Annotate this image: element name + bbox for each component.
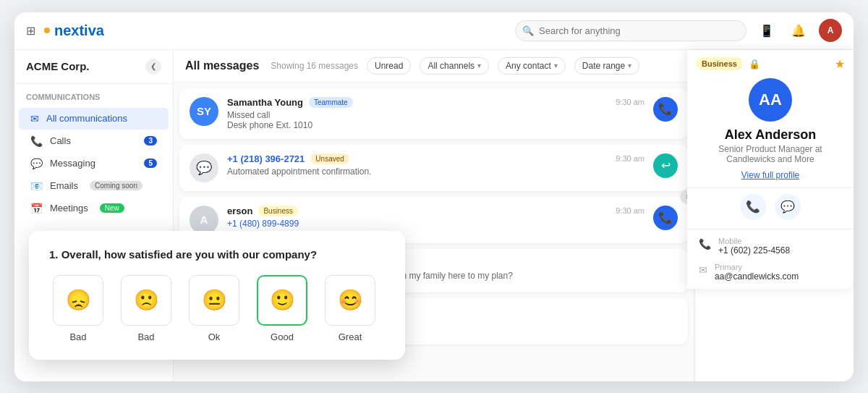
survey-label-good: Good xyxy=(271,331,294,342)
phone-icon: 📞 xyxy=(30,135,43,147)
message-sender: erson xyxy=(227,206,252,216)
grid-icon[interactable]: ⊞ xyxy=(26,24,35,38)
sidebar-item-label: All communications xyxy=(46,113,127,124)
message-content: erson Business 9:30 am +1 (480) 899-4899 xyxy=(227,206,644,229)
search-bar: 🔍 xyxy=(515,20,746,41)
sidebar-item-label: Calls xyxy=(50,135,71,146)
survey-emoji-great[interactable]: 😊 xyxy=(325,275,375,326)
message-phone: +1 (480) 899-4899 xyxy=(227,219,644,229)
messages-header: All messages Showing 16 messages Unread … xyxy=(174,50,694,83)
survey-emoji-bad1[interactable]: 😞 xyxy=(53,275,103,326)
survey-option-4: 😊 Great xyxy=(321,275,379,342)
filter-all-channels[interactable]: All channels ▾ xyxy=(420,57,489,75)
filter-date-range-label: Date range xyxy=(582,61,625,71)
call-action-button[interactable]: 📞 xyxy=(653,97,678,122)
collapse-button[interactable]: ❮ xyxy=(145,59,161,75)
message-card[interactable]: 💬 +1 (218) 396-2721 Unsaved 9:30 am Auto… xyxy=(179,145,688,191)
sidebar-company: ACME Corp. ❮ xyxy=(14,59,173,84)
view-full-profile-link[interactable]: View full profile xyxy=(687,170,854,187)
user-avatar[interactable]: A xyxy=(819,19,842,42)
survey-label-bad2: Bad xyxy=(137,331,154,342)
emails-badge: Coming soon xyxy=(90,181,142,190)
chevron-down-icon: ▾ xyxy=(554,62,558,69)
bell-icon-btn[interactable]: 🔔 xyxy=(787,19,810,42)
mobile-value: +1 (602) 225-4568 xyxy=(718,245,842,255)
tag-teammate: Teammate xyxy=(309,97,353,108)
survey-label-ok: Ok xyxy=(208,331,221,342)
reply-action-button[interactable]: ↩ xyxy=(653,153,678,178)
tag-business: Business xyxy=(258,206,298,216)
filter-unread[interactable]: Unread xyxy=(367,57,411,75)
message-top: Samantha Young Teammate 9:30 am xyxy=(227,97,644,108)
mobile-label: Mobile xyxy=(718,237,842,245)
message-subtext: Desk phone Ext. 1010 xyxy=(227,120,644,130)
message-icon: 💬 xyxy=(30,158,43,169)
messaging-badge: 5 xyxy=(144,159,157,168)
sidebar-item-label: Messaging xyxy=(50,158,95,169)
star-icon[interactable]: ★ xyxy=(835,57,845,71)
company-name: ACME Corp. xyxy=(26,60,90,72)
app-container: ⊞ nextiva 🔍 📱 🔔 A ACME Corp. ❮ Communica… xyxy=(14,12,854,381)
survey-emoji-bad2[interactable]: 🙁 xyxy=(121,275,171,326)
primary-value: aa@candlewicks.com xyxy=(715,271,842,282)
chevron-down-icon: ▾ xyxy=(628,62,631,69)
sidebar-item-messaging[interactable]: 💬 Messaging 5 xyxy=(19,153,169,174)
survey-overlay: 1. Overall, how satisfied are you with o… xyxy=(29,231,405,360)
message-text: Missed call xyxy=(227,110,644,120)
filter-any-contact[interactable]: Any contact ▾ xyxy=(498,57,566,75)
sidebar-item-calls[interactable]: 📞 Calls 3 xyxy=(19,130,169,152)
search-input[interactable] xyxy=(515,20,746,41)
search-icon: 🔍 xyxy=(522,25,534,36)
logo-text: nextiva xyxy=(54,22,104,39)
contact-info-primary: ✉ Primary aa@candlewicks.com xyxy=(699,263,842,282)
message-sender: Samantha Young xyxy=(227,97,303,108)
sidebar-item-emails[interactable]: 📧 Emails Coming soon xyxy=(19,175,169,197)
avatar: SY xyxy=(190,97,218,126)
contact-detail-panel: Business 🔒 ★ AA Alex Anderson Senior Pro… xyxy=(687,50,854,289)
message-card[interactable]: SY Samantha Young Teammate 9:30 am Misse… xyxy=(179,88,688,139)
sidebar-item-label: Meetings xyxy=(50,203,88,214)
filter-any-contact-label: Any contact xyxy=(506,61,551,71)
messages-subtitle: Showing 16 messages xyxy=(271,61,358,71)
chevron-down-icon: ▾ xyxy=(477,62,481,69)
survey-option-3: 🙂 Good xyxy=(253,275,311,342)
survey-question: 1. Overall, how satisfied are you with o… xyxy=(49,248,385,261)
message-time: 9:30 am xyxy=(616,154,644,163)
email-icon: ✉ xyxy=(699,264,707,276)
contact-detail-top: Business 🔒 ★ xyxy=(687,50,854,71)
survey-emoji-ok[interactable]: 😐 xyxy=(189,275,239,326)
envelope-icon: ✉ xyxy=(30,113,39,124)
contact-info-list: 📞 Mobile +1 (602) 225-4568 ✉ Primary aa@… xyxy=(687,229,854,289)
tag-unsaved: Unsaved xyxy=(310,153,349,164)
contact-actions: 📞 💬 xyxy=(687,187,854,229)
phone-icon: 📞 xyxy=(699,238,711,250)
message-time: 9:30 am xyxy=(616,206,644,215)
business-badge: Business xyxy=(696,57,743,70)
calendar-icon: 📅 xyxy=(30,203,43,214)
call-action-button[interactable]: 📞 xyxy=(653,206,678,230)
message-content: Samantha Young Teammate 9:30 am Missed c… xyxy=(227,97,644,130)
message-contact-button[interactable]: 💬 xyxy=(775,194,801,220)
filter-date-range[interactable]: Date range ▾ xyxy=(574,57,639,75)
primary-label: Primary xyxy=(715,263,842,271)
phone-icon-btn[interactable]: 📱 xyxy=(755,19,778,42)
sidebar-item-label: Emails xyxy=(50,180,78,191)
mail-icon: 📧 xyxy=(30,180,43,192)
sidebar-item-all-communications[interactable]: ✉ All communications xyxy=(19,108,169,130)
contact-info-mobile: 📞 Mobile +1 (602) 225-4568 xyxy=(699,237,842,255)
call-contact-button[interactable]: 📞 xyxy=(740,194,766,220)
lock-icon: 🔒 xyxy=(749,59,760,69)
survey-label-bad1: Bad xyxy=(69,331,86,342)
message-top: +1 (218) 396-2721 Unsaved 9:30 am xyxy=(227,153,644,164)
top-bar-icons: 📱 🔔 A xyxy=(755,19,842,42)
messages-title: All messages xyxy=(185,59,259,72)
survey-options: 😞 Bad 🙁 Bad 😐 Ok 🙂 Good 😊 Great xyxy=(49,275,385,342)
survey-label-great: Great xyxy=(339,331,362,342)
avatar-initials: AA xyxy=(759,90,782,109)
avatar: 💬 xyxy=(190,153,218,182)
filter-all-channels-label: All channels xyxy=(427,61,475,71)
sidebar-item-meetings[interactable]: 📅 Meetings New xyxy=(19,198,169,219)
survey-option-2: 😐 Ok xyxy=(185,275,243,342)
survey-emoji-good[interactable]: 🙂 xyxy=(257,275,307,326)
message-sender: +1 (218) 396-2721 xyxy=(227,153,305,164)
